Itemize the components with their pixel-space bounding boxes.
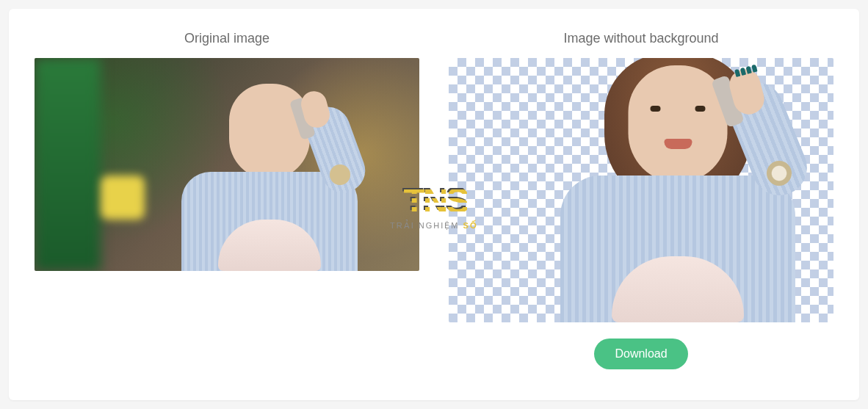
image-compare-grid: Original image Image without background bbox=[35, 31, 833, 369]
watch bbox=[330, 164, 350, 185]
eye bbox=[651, 106, 661, 112]
original-column: Original image bbox=[35, 31, 419, 271]
eye bbox=[695, 106, 706, 112]
head bbox=[229, 84, 310, 179]
download-button[interactable]: Download bbox=[594, 339, 687, 369]
bg-foliage bbox=[35, 58, 101, 271]
mouth bbox=[664, 139, 692, 149]
person-figure bbox=[189, 84, 350, 271]
original-label: Original image bbox=[184, 31, 270, 46]
nobg-column: Image without background bbox=[449, 31, 833, 369]
nobg-label: Image without background bbox=[563, 31, 718, 46]
person-cutout bbox=[553, 58, 803, 322]
watch bbox=[767, 161, 792, 186]
original-image bbox=[35, 58, 419, 271]
result-card: Original image Image without background bbox=[9, 9, 859, 400]
nobg-image bbox=[449, 58, 833, 322]
bg-accent bbox=[101, 175, 145, 220]
